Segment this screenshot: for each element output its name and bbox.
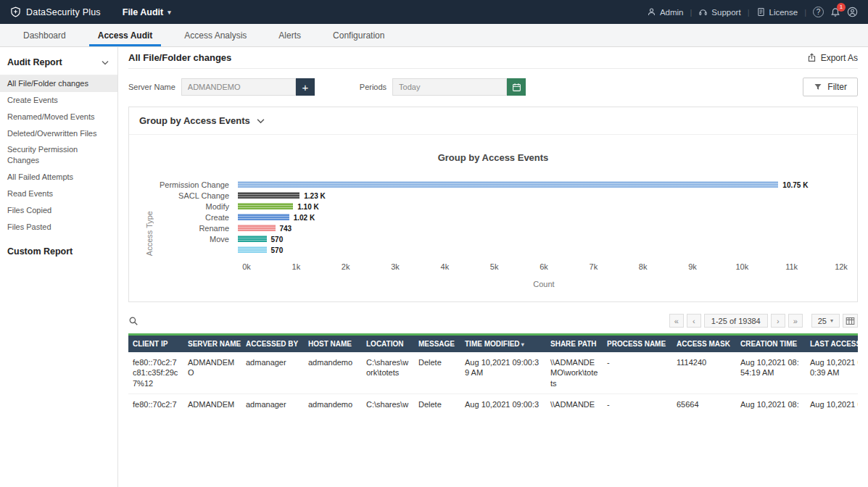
- export-as-label: Export As: [821, 53, 858, 63]
- divider: |: [690, 8, 693, 17]
- topbar: DataSecurity Plus File Audit ▾ Admin | S…: [0, 0, 868, 24]
- table-row[interactable]: fe80::70c2:7c81:c35f:29c7%12ADMANDEMOadm…: [128, 394, 858, 412]
- user-icon: [847, 7, 858, 17]
- export-as-button[interactable]: Export As: [807, 53, 858, 63]
- sidebar-item[interactable]: All File/Folder changes: [0, 75, 117, 92]
- chart-bar: [238, 181, 778, 188]
- sidebar-item[interactable]: Files Copied: [0, 202, 117, 219]
- license-icon: [756, 7, 766, 17]
- column-chooser-button[interactable]: [843, 314, 858, 328]
- group-by-header[interactable]: Group by Access Events: [129, 107, 857, 135]
- table-cell: ADMANDEMO: [183, 394, 241, 412]
- module-switcher[interactable]: File Audit ▾: [123, 7, 171, 17]
- tab-access-analysis[interactable]: Access Analysis: [168, 24, 263, 46]
- column-header[interactable]: MESSAGE: [414, 335, 460, 353]
- sidebar-item[interactable]: Create Events: [0, 92, 117, 109]
- user-menu[interactable]: [847, 7, 858, 17]
- column-header[interactable]: ACCESS MASK: [672, 335, 736, 353]
- notifications-button[interactable]: 1: [830, 7, 840, 17]
- table-row[interactable]: fe80::70c2:7c81:c35f:29c7%12ADMANDEMOadm…: [128, 352, 858, 394]
- admin-icon: [647, 7, 656, 17]
- table-cell: Aug 10,2021 08:54:19 AM: [736, 352, 806, 394]
- topbar-right: Admin | Support | License | ? 1: [647, 7, 858, 17]
- chart-bar-value: 570: [271, 246, 284, 254]
- column-header[interactable]: LOCATION: [362, 335, 414, 353]
- table-cell: fe80::70c2:7c81:c35f:29c7%12: [128, 352, 183, 394]
- column-header[interactable]: CLIENT IP: [128, 335, 183, 353]
- column-header[interactable]: HOST NAME: [304, 335, 362, 353]
- audit-report-header[interactable]: Audit Report: [0, 47, 117, 75]
- chart-bar-track: 1.23 K: [238, 192, 841, 199]
- chart-bar-value: 1.02 K: [294, 213, 315, 221]
- x-tick-label: 9k: [688, 262, 697, 271]
- search-icon[interactable]: [128, 316, 139, 326]
- y-axis-label: Access Type: [145, 211, 154, 256]
- chevron-down-icon: [102, 60, 109, 65]
- table-cell: admanager: [241, 394, 304, 412]
- column-header[interactable]: TIME MODIFIED ▾: [460, 335, 546, 353]
- x-tick-label: 12k: [835, 262, 848, 271]
- tab-configuration[interactable]: Configuration: [317, 24, 400, 46]
- group-by-label: Group by Access Events: [139, 115, 250, 126]
- table-cell: Aug 10,2021 09:00:39 AM: [460, 394, 546, 412]
- server-name-group: +: [181, 78, 315, 96]
- chart-category-label: Rename: [157, 224, 238, 233]
- custom-report-header[interactable]: Custom Report: [0, 235, 117, 268]
- sort-caret-icon[interactable]: ▾: [520, 341, 524, 348]
- column-header[interactable]: SERVER NAME: [183, 335, 241, 353]
- chart-bar-row: Permission Change10.75 K: [157, 179, 841, 190]
- next-page-button[interactable]: ›: [771, 314, 785, 328]
- caret-down-icon: ▾: [830, 317, 833, 324]
- license-menu[interactable]: License: [756, 7, 798, 17]
- column-header[interactable]: PROCESS NAME: [603, 335, 672, 353]
- page-size-select[interactable]: 25 ▾: [811, 314, 840, 328]
- chart-bar-value: 743: [280, 224, 292, 232]
- tab-dashboard[interactable]: Dashboard: [7, 24, 82, 46]
- column-header[interactable]: SHARE PATH: [546, 335, 603, 353]
- admin-menu[interactable]: Admin: [647, 7, 684, 17]
- tab-access-audit[interactable]: Access Audit: [82, 24, 169, 46]
- table-cell: 65664: [672, 394, 736, 412]
- sidebar-item[interactable]: Security Permission Changes: [0, 141, 117, 169]
- sidebar-item[interactable]: All Failed Attempts: [0, 169, 117, 186]
- sidebar-item[interactable]: Deleted/Overwritten Files: [0, 125, 117, 142]
- audit-report-label: Audit Report: [7, 57, 62, 67]
- chart-bar-track: 570: [238, 246, 841, 253]
- chart-title: Group by Access Events: [145, 152, 841, 163]
- column-header[interactable]: CREATION TIME: [736, 335, 806, 353]
- chart-category-label: SACL Change: [157, 191, 238, 200]
- filter-button[interactable]: Filter: [803, 78, 858, 96]
- x-tick-label: 0k: [242, 262, 251, 271]
- tab-alerts[interactable]: Alerts: [263, 24, 317, 46]
- periods-label: Periods: [360, 83, 387, 91]
- column-header[interactable]: ACCESSED BY: [241, 335, 304, 353]
- chart-bar: [238, 236, 267, 242]
- sidebar-item[interactable]: Renamed/Moved Events: [0, 109, 117, 125]
- help-button[interactable]: ?: [813, 7, 824, 17]
- column-header[interactable]: LAST ACCESS TIME: [806, 335, 858, 353]
- chart-x-axis: 0k1k2k3k4k5k6k7k8k9k10k11k12k: [247, 262, 841, 274]
- export-icon: [807, 53, 817, 62]
- first-page-button[interactable]: «: [669, 314, 684, 328]
- chart-bar-row: Rename743: [157, 222, 841, 233]
- filter-row: Server Name + Periods Filter: [128, 78, 858, 96]
- chart-bar-track: 1.02 K: [238, 214, 841, 220]
- table-cell: C:\shares\work\totets: [362, 352, 414, 394]
- chart-bar-value: 570: [271, 235, 284, 243]
- add-server-button[interactable]: +: [296, 78, 315, 96]
- chart-bar-row: Modify1.10 K: [157, 201, 841, 212]
- calendar-button[interactable]: [507, 78, 526, 96]
- server-name-label: Server Name: [128, 83, 175, 91]
- page-header: All File/Folder changes Export As: [128, 47, 858, 69]
- last-page-button[interactable]: »: [788, 314, 803, 328]
- prev-page-button[interactable]: ‹: [687, 314, 701, 328]
- sidebar-item[interactable]: Files Pasted: [0, 219, 117, 236]
- admin-label: Admin: [660, 8, 684, 17]
- notification-badge: 1: [837, 3, 846, 12]
- audit-table-wrap: CLIENT IPSERVER NAMEACCESSED BYHOST NAME…: [128, 333, 858, 412]
- support-label: Support: [711, 8, 740, 17]
- sidebar-item[interactable]: Read Events: [0, 186, 117, 202]
- periods-input[interactable]: [392, 78, 507, 96]
- server-name-input[interactable]: [181, 78, 296, 96]
- support-menu[interactable]: Support: [698, 7, 740, 17]
